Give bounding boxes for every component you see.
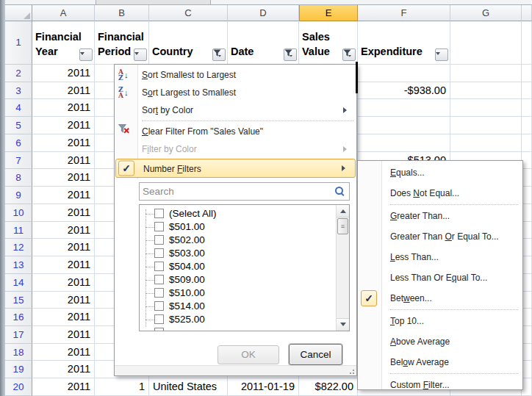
cell[interactable]: 2011 bbox=[32, 361, 95, 378]
row-header[interactable]: 13 bbox=[5, 256, 32, 274]
cell[interactable] bbox=[450, 134, 522, 152]
row-header[interactable]: 14 bbox=[5, 274, 32, 292]
search-input[interactable] bbox=[143, 184, 331, 198]
menu-item-equals[interactable]: Equals... bbox=[358, 162, 522, 183]
filter-value-item[interactable]: (Select All) bbox=[140, 207, 337, 220]
cell[interactable] bbox=[450, 82, 522, 100]
cell[interactable]: 2011 bbox=[32, 309, 95, 326]
cell[interactable] bbox=[358, 65, 450, 82]
filter-dropdown-button-F[interactable] bbox=[435, 48, 448, 61]
cell[interactable]: 1 bbox=[95, 378, 149, 396]
menu-item-sort-smallest-to-largest[interactable]: AZ↓Sort Smallest to Largest bbox=[115, 66, 356, 84]
filter-active-button-D[interactable] bbox=[284, 48, 297, 61]
cell[interactable]: 2011 bbox=[32, 378, 95, 396]
menu-item-sort-largest-to-smallest[interactable]: ZA↓Sort Largest to Smallest bbox=[115, 84, 356, 101]
checkbox[interactable] bbox=[154, 301, 164, 311]
header-cell-date[interactable]: Date bbox=[228, 21, 299, 65]
menu-item-does-not-equal[interactable]: Does Not Equal... bbox=[358, 183, 522, 204]
cell[interactable]: 2011 bbox=[32, 169, 95, 187]
cell[interactable]: 2011 bbox=[32, 274, 95, 292]
cell[interactable]: 2011 bbox=[32, 292, 95, 309]
scrollbar[interactable]: ≡ bbox=[336, 205, 349, 331]
filter-dropdown-button-A[interactable] bbox=[79, 48, 93, 61]
header-cell-sales-value[interactable]: Sales Value bbox=[299, 21, 358, 65]
filter-value-item[interactable]: $504.00 bbox=[140, 260, 337, 273]
cell[interactable] bbox=[450, 117, 522, 134]
header-cell-expenditure[interactable]: Expenditure bbox=[358, 21, 450, 65]
cancel-button[interactable]: Cancel bbox=[289, 344, 342, 365]
column-header-F[interactable]: F bbox=[358, 5, 450, 21]
menu-item-sort-by-color[interactable]: Sort by Color bbox=[115, 101, 356, 119]
cell[interactable]: -$938.00 bbox=[358, 82, 450, 100]
checkbox[interactable] bbox=[154, 275, 164, 284]
cell[interactable]: $822.00 bbox=[299, 378, 358, 396]
column-header-B[interactable]: B bbox=[95, 5, 149, 21]
cell[interactable]: 2011-01-19 bbox=[228, 378, 299, 396]
column-header-G[interactable]: G bbox=[450, 5, 522, 21]
checkbox[interactable] bbox=[154, 314, 164, 324]
checkbox[interactable] bbox=[154, 235, 164, 245]
cell[interactable] bbox=[358, 99, 450, 117]
menu-item-less-than[interactable]: Less Than... bbox=[358, 247, 522, 267]
cell[interactable]: 2011 bbox=[32, 187, 95, 204]
cell[interactable]: 2011 bbox=[32, 222, 95, 240]
menu-item-number-filters[interactable]: ✓Number Filters bbox=[115, 159, 356, 178]
row-header[interactable]: 10 bbox=[5, 204, 32, 222]
filter-value-item[interactable]: $510.00 bbox=[140, 287, 337, 300]
row-header[interactable]: 6 bbox=[5, 134, 32, 152]
header-cell-financial-year[interactable]: Financial Year bbox=[32, 21, 95, 65]
filter-active-button-C[interactable] bbox=[212, 48, 226, 61]
cell[interactable]: 2011 bbox=[32, 256, 95, 274]
cell[interactable]: 2011 bbox=[32, 344, 95, 361]
menu-item-greater-than[interactable]: Greater Than... bbox=[358, 206, 522, 226]
row-header[interactable]: 15 bbox=[5, 292, 32, 309]
row-header[interactable]: 9 bbox=[5, 187, 32, 204]
row-header-1[interactable]: 1 bbox=[5, 21, 32, 65]
menu-item-less-than-or-equal-to[interactable]: Less Than Or Equal To... bbox=[358, 267, 522, 288]
cell[interactable] bbox=[450, 65, 522, 82]
cell[interactable]: 2011 bbox=[32, 152, 95, 170]
filter-active-button-E[interactable] bbox=[342, 48, 356, 61]
row-header[interactable]: 11 bbox=[5, 222, 32, 240]
select-all-corner[interactable] bbox=[5, 5, 32, 21]
menu-item-clear-filter-from-sales-value[interactable]: Clear Filter From "Sales Value" bbox=[115, 123, 356, 140]
row-header[interactable]: 8 bbox=[5, 169, 32, 187]
row-header[interactable]: 7 bbox=[5, 152, 32, 170]
filter-value-item[interactable]: $501.00 bbox=[140, 220, 337, 234]
filter-value-item[interactable]: $514.00 bbox=[140, 300, 337, 313]
row-header[interactable]: 16 bbox=[5, 309, 32, 326]
cell[interactable]: 2011 bbox=[32, 99, 95, 117]
scroll-up-button[interactable] bbox=[337, 205, 349, 217]
header-cell-G[interactable] bbox=[450, 21, 522, 65]
header-cell-financial-period[interactable]: Financial Period bbox=[95, 21, 149, 65]
cell[interactable]: 2011 bbox=[32, 204, 95, 222]
row-header[interactable]: 17 bbox=[5, 326, 32, 344]
row-header[interactable]: 18 bbox=[5, 344, 32, 361]
filter-value-item[interactable]: $525.00 bbox=[140, 313, 337, 326]
cell[interactable]: United States bbox=[149, 378, 228, 396]
resize-grip[interactable] bbox=[347, 367, 354, 374]
row-header[interactable]: 20 bbox=[5, 378, 32, 396]
row-header[interactable]: 4 bbox=[5, 99, 32, 117]
menu-item-greater-than-or-equal-to[interactable]: Greater Than Or Equal To... bbox=[358, 226, 522, 247]
cell[interactable] bbox=[358, 134, 450, 152]
scrollbar-thumb[interactable]: ≡ bbox=[337, 218, 348, 234]
cell[interactable]: 2011 bbox=[32, 65, 95, 82]
cell[interactable]: 2011 bbox=[32, 326, 95, 344]
scroll-down-button[interactable] bbox=[337, 318, 349, 331]
menu-item-top-10[interactable]: Top 10... bbox=[358, 311, 522, 331]
menu-item-below-average[interactable]: Below Average bbox=[358, 352, 522, 372]
cell[interactable]: 2011 bbox=[32, 82, 95, 100]
cell[interactable]: 2011 bbox=[32, 239, 95, 256]
row-header[interactable]: 19 bbox=[5, 361, 32, 378]
column-header-D[interactable]: D bbox=[228, 5, 299, 21]
row-header[interactable]: 2 bbox=[5, 65, 32, 82]
cell[interactable] bbox=[450, 99, 522, 117]
row-header[interactable]: 3 bbox=[5, 82, 32, 100]
filter-dropdown-button-B[interactable] bbox=[134, 48, 147, 61]
menu-item-custom-filter[interactable]: Custom Filter... bbox=[358, 375, 522, 395]
checkbox[interactable] bbox=[154, 248, 164, 258]
checkbox[interactable] bbox=[154, 209, 164, 218]
filter-value-item[interactable]: $503.00 bbox=[140, 247, 337, 260]
column-header-E-selected[interactable]: E bbox=[299, 5, 358, 21]
